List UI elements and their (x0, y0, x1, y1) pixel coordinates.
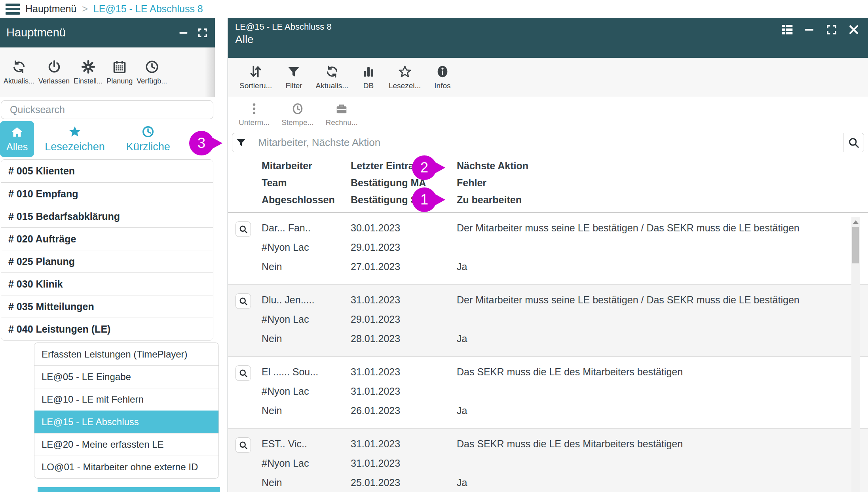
cell-team: #Nyon Lac (262, 458, 351, 469)
leave-button[interactable]: Verlassen (36, 60, 72, 85)
tab-alles[interactable]: Alles (0, 121, 34, 157)
list-view-icon[interactable] (781, 23, 794, 36)
funnel-icon (236, 138, 246, 148)
annotation-callout-2: 2 (412, 155, 437, 180)
secondary-toolbar: Unterm... Stempe... Rechnu... (228, 97, 868, 132)
sort-button[interactable]: Sortieru... (233, 65, 279, 90)
cell-naechste-aktion: Das SEKR muss die LE des Mitarbeiters be… (457, 366, 868, 378)
cell-zu-bearbeiten: Ja (457, 261, 868, 272)
submenu-item-le15-selected[interactable]: LE@15 - LE Abschluss (34, 411, 218, 433)
row-detail-button[interactable] (236, 221, 251, 237)
menu-item-planung[interactable]: # 025 Planung (1, 250, 213, 272)
invoice-button[interactable]: Rechnu... (319, 102, 363, 127)
submenu-item-lo01[interactable]: LO@01 - Mitarbeiter ohne externe ID (34, 456, 218, 478)
menu-item-leistungen[interactable]: # 040 Leistungen (LE) (1, 318, 213, 340)
refresh-button[interactable]: Aktualis... (309, 65, 355, 90)
cell-naechste-aktion: Das SEKR muss die LE des Mitarbeiters be… (457, 438, 868, 450)
table-row[interactable]: El ...... Sou...31.01.2023Das SEKR muss … (228, 357, 868, 429)
close-icon[interactable] (847, 23, 860, 36)
table-row[interactable]: Dar... Fan..30.01.2023Der Mitarbeiter mu… (228, 213, 868, 285)
quicksearch-input[interactable] (1, 100, 213, 119)
breadcrumb-bar: Hauptmenü > LE@15 - LE Abschluss 8 (0, 0, 868, 18)
filter-button[interactable]: Filter (279, 65, 309, 90)
refresh-button[interactable]: Aktualis... (2, 60, 36, 85)
minimize-icon[interactable] (178, 27, 190, 39)
partially-visible-submenu-item[interactable] (38, 487, 220, 492)
menu-item-empfang[interactable]: # 010 Empfang (1, 182, 213, 205)
submenu-item-le05[interactable]: LE@05 - LE Eingabe (34, 365, 218, 388)
search-icon (848, 137, 860, 149)
search-icon (239, 297, 248, 306)
annotation-callout-1: 1 (412, 187, 437, 212)
tab-kuerzliche[interactable]: Kürzliche (116, 121, 181, 157)
clock-icon (142, 125, 154, 138)
main-menu-header: Hauptmenü (0, 18, 215, 47)
cell-abgeschlossen: Nein (262, 405, 351, 416)
menu-item-bedarfsabklaerung[interactable]: # 015 Bedarfsabklärung (1, 205, 213, 227)
cell-bestaetigung-s: 26.01.2023 (351, 405, 457, 416)
search-icon (239, 369, 248, 378)
cell-bestaetigung-ma: 29.01.2023 (351, 242, 457, 253)
tab-lesezeichen[interactable]: Lesezeichen (34, 121, 116, 157)
cell-zu-bearbeiten: Ja (457, 477, 868, 488)
menu-item-klinik[interactable]: # 030 Klinik (1, 272, 213, 295)
menu-item-mitteilungen[interactable]: # 035 Mitteilungen (1, 295, 213, 318)
hamburger-menu-icon[interactable] (6, 4, 20, 15)
cell-mitarbeiter: Dar... Fan.. (262, 222, 351, 234)
list-toolbar: Sortieru... Filter Aktualis... D (228, 58, 868, 97)
main-menu-title: Hauptmenü (6, 26, 66, 39)
submenu-item-le20[interactable]: LE@20 - Meine erfassten LE (34, 433, 218, 456)
maximize-icon[interactable] (197, 27, 209, 39)
submenu-button[interactable]: Unterm... (233, 102, 275, 127)
list-filter-input[interactable] (250, 133, 843, 152)
cell-letzter-eintrag: 31.01.2023 (351, 366, 457, 378)
header-abgeschlossen: Abgeschlossen (262, 194, 351, 206)
submenu-item-le10[interactable]: LE@10 - LE mit Fehlern (34, 388, 218, 411)
scrollbar-thumb[interactable] (852, 227, 859, 263)
table-row[interactable]: EST.. Vic..31.01.2023Das SEKR muss die L… (228, 429, 868, 492)
breadcrumb-separator: > (82, 3, 88, 15)
briefcase-icon (335, 102, 348, 115)
menu-item-klienten[interactable]: # 005 Klienten (1, 160, 213, 182)
window-header: LE@15 - LE Abschluss 8 Alle (228, 18, 868, 58)
settings-button[interactable]: Einstell... (72, 60, 104, 85)
cell-letzter-eintrag: 31.01.2023 (351, 294, 457, 306)
calendar-icon (112, 60, 127, 74)
filter-funnel-button[interactable] (232, 133, 250, 152)
search-button[interactable] (843, 133, 864, 152)
bookmark-button[interactable]: Lesezei... (382, 65, 427, 90)
cell-mitarbeiter: EST.. Vic.. (262, 438, 351, 450)
scroll-up-arrow-icon[interactable] (851, 217, 860, 226)
cell-bestaetigung-s: 27.01.2023 (351, 261, 457, 272)
header-bestaetigung-ma: Bestätigung MA (351, 177, 457, 189)
info-button[interactable]: Infos (427, 65, 457, 90)
planning-button[interactable]: Planung (104, 60, 135, 85)
cell-bestaetigung-ma: 31.01.2023 (351, 458, 457, 469)
refresh-icon (12, 60, 26, 74)
row-detail-button[interactable] (236, 365, 251, 381)
breadcrumb-current[interactable]: LE@15 - LE Abschluss 8 (93, 3, 203, 15)
row-detail-button[interactable] (236, 437, 251, 453)
home-icon (11, 126, 23, 138)
minimize-icon[interactable] (803, 23, 816, 36)
vertical-scrollbar[interactable] (851, 217, 860, 492)
maximize-icon[interactable] (825, 23, 838, 36)
timestamp-button[interactable]: Stempe... (275, 102, 319, 127)
clock-icon (291, 102, 304, 115)
cell-abgeschlossen: Nein (262, 477, 351, 488)
le-abschluss-window: LE@15 - LE Abschluss 8 Alle (228, 18, 868, 492)
column-headers: Mitarbeiter Letzter Eintrag Nächste Akti… (228, 152, 868, 213)
row-detail-button[interactable] (236, 293, 251, 309)
cell-bestaetigung-ma: 29.01.2023 (351, 314, 457, 325)
availability-button[interactable]: Verfügb... (135, 60, 169, 85)
menu-item-auftraege[interactable]: # 020 Aufträge (1, 227, 213, 250)
breadcrumb-root[interactable]: Hauptmenü (25, 3, 76, 15)
cell-team: #Nyon Lac (262, 314, 351, 325)
gear-icon (81, 60, 95, 74)
funnel-icon (287, 65, 300, 78)
toolbar-scroll-shadow (205, 47, 215, 97)
submenu-item-timeplayer[interactable]: Erfassten Leistungen (TimePlayer) (34, 343, 218, 365)
table-row[interactable]: Dlu.. Jen.....31.01.2023Der Mitarbeiter … (228, 285, 868, 357)
db-button[interactable]: DB (355, 65, 382, 90)
header-zu-bearbeiten: Zu bearbeiten (457, 194, 868, 206)
